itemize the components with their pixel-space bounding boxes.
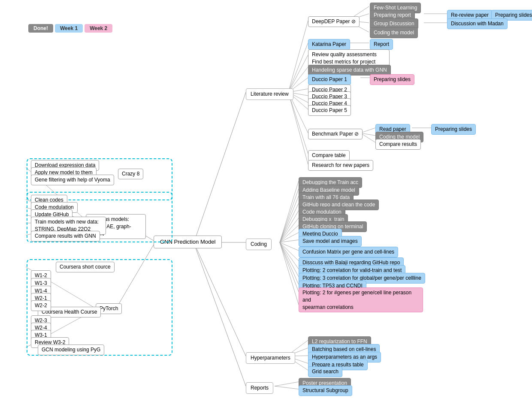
save-model-node: Save model and images — [299, 236, 362, 247]
svg-line-39 — [280, 242, 299, 251]
branch-literature-review: Literature review — [246, 88, 293, 100]
coursera-short-label: Coursera short cource — [56, 262, 115, 272]
coding-model-deepdep-node: Coding the model — [370, 27, 418, 38]
compare-results-node: Compare results — [375, 139, 421, 150]
svg-line-7 — [288, 43, 308, 92]
preparing-slides-2-node: Preparing slides — [370, 74, 414, 85]
w22-node: W2-2 — [31, 300, 51, 311]
branch-hyper-label: Hyperparameters — [246, 352, 295, 364]
compare-results-label: Compare results — [375, 139, 421, 150]
svg-line-6 — [288, 21, 308, 92]
gene-filtering-node: Gene filtering with help of Vyoma — [31, 175, 114, 185]
grid-search-node: Grid search — [308, 366, 342, 377]
save-model-label: Save model and images — [299, 236, 362, 247]
plotting-genes-node: Plotting: 2 for #genes per gene/cell lin… — [299, 287, 423, 312]
compare-gnn-node: Compare results with GNN — [31, 231, 100, 242]
svg-line-16 — [288, 92, 308, 154]
svg-line-42 — [280, 242, 299, 277]
svg-line-34 — [280, 211, 299, 242]
preparing-slides-2-label: Preparing slides — [370, 74, 414, 85]
confusion-matrix-node: Confusion Matrix per gene and cell-lines — [299, 247, 398, 257]
coding-model-deepdep-label: Coding the model — [370, 27, 418, 38]
research-label: Research for new papers — [308, 160, 373, 171]
branch-hyperparameters: Hyperparameters — [246, 352, 295, 364]
svg-line-41 — [280, 242, 299, 269]
crazy8-label: Crazy 8 — [118, 169, 143, 179]
report-node: Report — [370, 39, 393, 50]
duccio5-label: Duccio Paper 5 — [308, 105, 351, 116]
confusion-matrix-label: Confusion Matrix per gene and cell-lines — [299, 247, 398, 257]
svg-line-32 — [280, 196, 299, 242]
svg-line-35 — [280, 218, 299, 242]
svg-line-17 — [288, 92, 308, 164]
katarina-node: Katarina Paper — [308, 39, 350, 50]
svg-line-51 — [275, 382, 299, 386]
legend-done: Done! — [28, 24, 53, 33]
deepdep-label: DeepDEP Paper ⊘ — [308, 16, 360, 27]
svg-line-3 — [194, 245, 246, 386]
katarina-label: Katarina Paper — [308, 39, 350, 50]
duccio1-label: Duccio Paper 1 — [308, 74, 351, 85]
gcn-node: GCN modeling using PyG — [38, 345, 104, 355]
grid-search-label: Grid search — [308, 366, 342, 377]
svg-line-8 — [288, 55, 308, 92]
svg-line-2 — [194, 244, 246, 356]
structural-label: Structural Subgroup — [299, 385, 352, 396]
coursera-short-node: Coursera short cource — [56, 262, 115, 272]
gene-filtering-label: Gene filtering with help of Vyoma — [31, 175, 114, 185]
branch-reports: Reports — [246, 382, 273, 394]
discussion-madan-label: Discussion with Madan — [447, 18, 508, 29]
preparing-slides-3-node: Preparing slides — [431, 124, 476, 135]
compare-table-node: Compare table — [308, 150, 350, 161]
svg-line-30 — [280, 181, 299, 242]
svg-line-33 — [280, 203, 299, 242]
duccio1-node: Duccio Paper 1 — [308, 74, 351, 85]
branch-reports-label: Reports — [246, 382, 273, 394]
svg-line-38 — [280, 240, 299, 242]
svg-line-52 — [275, 386, 299, 389]
benchmark-node: Benchmark Paper ⊘ — [308, 129, 363, 139]
branch-coding-label: Coding — [246, 239, 272, 250]
discussion-madan-node: Discussion with Madan — [447, 18, 508, 29]
svg-line-31 — [280, 189, 299, 242]
report-label: Report — [370, 39, 393, 50]
gcn-label: GCN modeling using PyG — [38, 345, 104, 355]
svg-line-37 — [280, 233, 299, 242]
svg-line-0 — [194, 92, 246, 241]
legend-week1: Week 1 — [55, 24, 83, 33]
duccio5-node: Duccio Paper 5 — [308, 105, 351, 116]
svg-line-36 — [280, 225, 299, 242]
svg-line-45 — [280, 242, 299, 305]
svg-line-44 — [280, 242, 299, 292]
compare-table-label: Compare table — [308, 150, 350, 161]
deepdep-node: DeepDEP Paper ⊘ — [308, 16, 360, 27]
legend: Done! Week 1 Week 2 — [28, 24, 112, 33]
plotting-genes-label: Plotting: 2 for #genes per gene/cell lin… — [299, 287, 423, 312]
preparing-slides-3-label: Preparing slides — [431, 124, 476, 135]
benchmark-label: Benchmark Paper ⊘ — [308, 129, 363, 139]
structural-node: Structural Subgroup — [299, 385, 352, 396]
svg-line-40 — [280, 242, 299, 261]
research-node: Research for new papers — [308, 160, 373, 171]
compare-gnn-label: Compare results with GNN — [31, 231, 100, 242]
branch-literature-label: Literature review — [246, 88, 293, 100]
w22-label: W2-2 — [31, 300, 51, 311]
crazy8-node: Crazy 8 — [118, 169, 143, 179]
legend-week2: Week 2 — [85, 24, 112, 33]
branch-coding: Coding — [246, 239, 272, 250]
svg-line-43 — [280, 242, 299, 284]
